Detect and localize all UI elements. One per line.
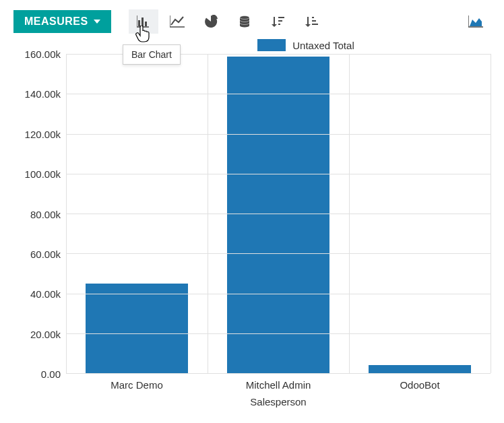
gridline-v bbox=[349, 54, 350, 373]
x-tick-label: OdooBot bbox=[349, 374, 491, 391]
y-tick-label: 60.00k bbox=[30, 248, 61, 259]
database-icon bbox=[239, 15, 251, 28]
area-chart-button[interactable] bbox=[461, 9, 491, 34]
measures-button-label: MEASURES bbox=[24, 15, 88, 28]
y-tick-label: 40.00k bbox=[30, 288, 61, 300]
gridline-h bbox=[66, 294, 491, 294]
gridline-h bbox=[66, 333, 491, 334]
gridline-h bbox=[66, 94, 491, 94]
svg-rect-0 bbox=[138, 20, 140, 26]
legend-label: Untaxed Total bbox=[292, 40, 354, 51]
y-tick-label: 120.00k bbox=[25, 128, 61, 139]
gridline-h bbox=[66, 174, 491, 174]
y-tick-label: 140.00k bbox=[25, 88, 61, 100]
caret-down-icon bbox=[94, 20, 100, 24]
line-chart-button[interactable] bbox=[162, 9, 192, 34]
y-tick-label: 100.00k bbox=[25, 168, 61, 180]
gridline-v bbox=[66, 54, 67, 373]
svg-marker-15 bbox=[305, 24, 311, 27]
toolbar: MEASURES bbox=[0, 0, 504, 39]
svg-marker-19 bbox=[470, 18, 482, 26]
gridline-h bbox=[66, 373, 491, 374]
gridline-h bbox=[66, 134, 491, 135]
bar-chart-icon bbox=[137, 15, 150, 28]
y-axis: 0.0020.00k40.00k60.00k80.00k100.00k120.0… bbox=[13, 54, 66, 374]
sort-asc-button[interactable] bbox=[297, 9, 327, 34]
sort-asc-icon bbox=[305, 15, 319, 28]
bar-chart-tooltip: Bar Chart bbox=[123, 44, 181, 65]
x-axis-title: Salesperson bbox=[66, 396, 491, 408]
sort-desc-icon bbox=[272, 15, 285, 28]
pie-chart-icon bbox=[204, 15, 218, 28]
y-tick-label: 20.00k bbox=[30, 328, 61, 339]
x-tick-label: Marc Demo bbox=[66, 374, 208, 391]
gridline-h bbox=[66, 214, 491, 214]
legend-swatch bbox=[257, 39, 286, 51]
stacked-button[interactable] bbox=[230, 9, 259, 34]
bar[interactable] bbox=[369, 365, 470, 373]
sort-desc-button[interactable] bbox=[263, 9, 293, 34]
x-tick-label: Mitchell Admin bbox=[208, 374, 349, 391]
y-tick-label: 80.00k bbox=[30, 208, 61, 220]
bar-chart-button[interactable] bbox=[129, 9, 158, 34]
bar[interactable] bbox=[86, 284, 187, 373]
bar[interactable] bbox=[227, 57, 329, 373]
area-chart-icon bbox=[468, 15, 483, 28]
x-axis-labels: Marc DemoMitchell AdminOdooBot bbox=[66, 374, 491, 391]
gridline-v bbox=[208, 54, 208, 373]
chart-area: Untaxed Total 0.0020.00k40.00k60.00k80.0… bbox=[0, 39, 504, 421]
gridline-h bbox=[66, 253, 491, 254]
svg-rect-1 bbox=[141, 18, 144, 26]
line-chart-icon bbox=[170, 15, 185, 28]
plot-inner bbox=[66, 54, 491, 374]
y-tick-label: 160.00k bbox=[25, 48, 61, 60]
svg-rect-2 bbox=[145, 22, 147, 26]
svg-marker-10 bbox=[272, 24, 277, 27]
pie-chart-button[interactable] bbox=[196, 9, 226, 34]
plot: 0.0020.00k40.00k60.00k80.00k100.00k120.0… bbox=[13, 54, 491, 374]
y-tick-label: 0.00 bbox=[41, 368, 61, 380]
gridline-v bbox=[491, 54, 491, 373]
measures-button[interactable]: MEASURES bbox=[13, 10, 111, 33]
